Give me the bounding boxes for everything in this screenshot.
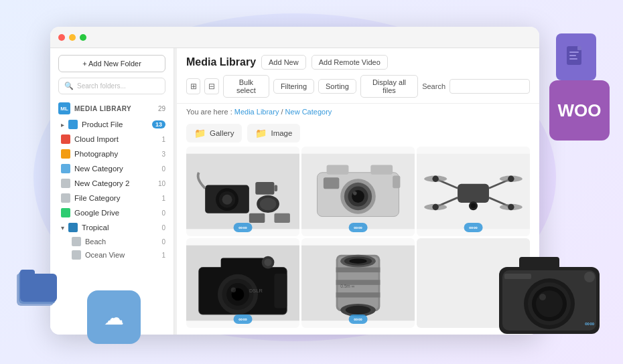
search-icon: 🔍 [64, 82, 74, 90]
search-area: Search [422, 79, 530, 94]
breadcrumb-separator: / [281, 108, 283, 116]
svg-text:∞∞: ∞∞ [585, 320, 594, 327]
image-cell-5[interactable]: 0.5m ∞ ∞∞ [301, 238, 415, 328]
svg-point-63 [231, 288, 236, 293]
image-2-badge: ∞∞ [348, 223, 368, 232]
close-dot[interactable] [58, 34, 65, 41]
browser-titlebar [50, 27, 539, 48]
list-view-button[interactable]: ⊟ [204, 78, 218, 94]
sorting-button[interactable]: Sorting [318, 79, 356, 94]
sidebar-label-google-drive: Google Drive [74, 209, 119, 217]
breadcrumb-prefix: You are here : [186, 108, 232, 116]
cloud-import-count: 1 [161, 136, 165, 143]
image-cell-1[interactable]: ∞∞ [186, 147, 299, 236]
svg-point-36 [353, 191, 357, 195]
folder-icon-ocean [72, 250, 81, 260]
maximize-dot[interactable] [80, 34, 86, 41]
sidebar-item-product-file[interactable]: ▸ Product File 13 [50, 117, 174, 132]
sidebar-label-ocean-view: Ocean View [85, 251, 125, 259]
search-placeholder: Search folders... [77, 82, 126, 90]
svg-point-76 [349, 258, 366, 264]
folder-icon-red [61, 134, 70, 144]
svg-point-51 [432, 204, 438, 210]
bulk-select-button[interactable]: Bulk select [223, 75, 269, 98]
sidebar-item-tropical[interactable]: ▾ Tropical 0 [50, 220, 174, 235]
sidebar-item-google-drive[interactable]: Google Drive 0 [50, 205, 174, 220]
svg-point-20 [222, 195, 232, 205]
folder-icon-blue [68, 120, 78, 129]
svg-rect-12 [519, 257, 559, 269]
sidebar-label-new-category-2: New Category 2 [74, 179, 129, 187]
sidebar-item-cloud-import[interactable]: Cloud Import 1 [50, 132, 174, 147]
svg-rect-58 [221, 258, 265, 269]
deco-camera-image: ∞∞ [482, 237, 616, 344]
folder-icon-darkblue [68, 223, 78, 232]
svg-point-54 [471, 203, 476, 209]
display-all-button[interactable]: Display all files [360, 75, 418, 98]
media-library-logo: ML [58, 102, 70, 114]
svg-rect-4 [577, 46, 581, 50]
sidebar-sub-item-ocean-view[interactable]: Ocean View 1 [50, 248, 174, 262]
photography-count: 3 [161, 151, 165, 158]
folder-pill-image[interactable]: 📁 Image [247, 124, 300, 143]
sidebar-total-count: 29 [158, 105, 165, 112]
add-folder-button[interactable]: + Add New Folder [58, 55, 165, 72]
sidebar-item-new-category[interactable]: New Category 0 [50, 161, 174, 176]
add-remote-video-button[interactable]: Add Remote Video [312, 55, 388, 70]
svg-rect-71 [336, 268, 380, 273]
folder-pill-image-label: Image [271, 129, 292, 137]
sidebar-label-cloud-import: Cloud Import [74, 135, 119, 143]
sidebar-item-photography[interactable]: Photography 3 [50, 147, 174, 161]
svg-rect-30 [327, 165, 349, 175]
breadcrumb-current: New Category [285, 108, 332, 116]
folder-icon-beach [72, 237, 81, 246]
svg-rect-14 [504, 274, 531, 279]
image-3-badge: ∞∞ [464, 223, 483, 232]
image-cell-3[interactable]: ∞∞ [417, 147, 530, 236]
sidebar-section-title: MEDIA LIBRARY [74, 105, 154, 112]
add-new-button[interactable]: Add New [261, 55, 306, 70]
svg-rect-24 [274, 185, 277, 191]
image-cell-2[interactable]: ∞∞ [301, 147, 415, 236]
sidebar-label-tropical: Tropical [82, 223, 109, 232]
deco-cloud-icon: ☁ [87, 290, 141, 344]
deco-file-icon [556, 33, 596, 80]
svg-rect-3 [569, 58, 577, 60]
minimize-dot[interactable] [69, 34, 76, 41]
svg-rect-26 [274, 213, 289, 223]
svg-point-49 [432, 176, 438, 182]
svg-text:DSLR: DSLR [249, 288, 263, 294]
folder-icon-green [61, 208, 70, 217]
folder-icon-lightblue [61, 164, 70, 173]
svg-rect-1 [569, 52, 579, 53]
sidebar-sub-item-beach[interactable]: Beach 0 [50, 235, 174, 248]
sidebar-label-file-category: File Category [74, 194, 120, 202]
file-category-count: 1 [161, 195, 165, 202]
svg-point-11 [539, 294, 546, 300]
browser-window: + Add New Folder 🔍 Search folders... ML … [50, 27, 539, 335]
page-title: Media Library [186, 56, 256, 68]
sidebar-search-box[interactable]: 🔍 Search folders... [58, 78, 165, 94]
folder-pill-gallery[interactable]: 📁 Gallery [186, 124, 242, 143]
beach-count: 0 [161, 238, 165, 246]
sidebar-item-new-category-2[interactable]: New Category 2 10 [50, 176, 174, 191]
search-input[interactable] [449, 79, 530, 94]
filtering-button[interactable]: Filtering [273, 79, 314, 94]
breadcrumb-parent[interactable]: Media Library [234, 108, 279, 116]
svg-rect-37 [324, 177, 339, 189]
svg-rect-31 [370, 165, 393, 175]
svg-point-13 [584, 272, 595, 282]
grid-view-button[interactable]: ⊞ [186, 78, 200, 94]
sidebar-label-photography: Photography [74, 150, 118, 158]
image-4-badge: ∞∞ [233, 314, 253, 324]
toolbar: ⊞ ⊟ Bulk select Filtering Sorting Displa… [177, 70, 539, 104]
svg-point-10 [536, 290, 563, 317]
svg-point-66 [264, 258, 271, 266]
sidebar-label-product-file: Product File [82, 120, 123, 128]
search-label: Search [422, 82, 445, 90]
sidebar-item-file-category[interactable]: File Category 1 [50, 191, 174, 205]
image-cell-4[interactable]: DSLR ∞∞ [186, 238, 299, 328]
new-category-2-count: 10 [158, 180, 165, 187]
svg-rect-64 [274, 274, 287, 308]
svg-text:0.5m ∞: 0.5m ∞ [340, 284, 354, 288]
